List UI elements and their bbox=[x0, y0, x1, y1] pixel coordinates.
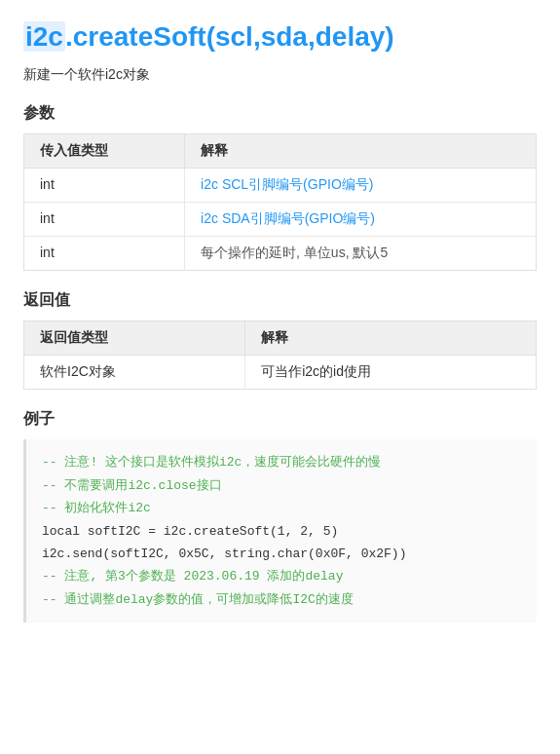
params-table-row: int每个操作的延时, 单位us, 默认5 bbox=[24, 237, 537, 271]
page-title: i2c.createSoft(scl,sda,delay) bbox=[23, 19, 537, 55]
params-col2-header: 解释 bbox=[185, 134, 537, 169]
code-comment-line: -- 初始化软件i2c bbox=[42, 497, 521, 519]
code-comment-line: -- 注意! 这个接口是软件模拟i2c，速度可能会比硬件的慢 bbox=[42, 451, 521, 473]
params-table-header-row: 传入值类型 解释 bbox=[24, 134, 537, 169]
title-rest: .createSoft(scl,sda,delay) bbox=[65, 21, 394, 52]
returns-col1-header: 返回值类型 bbox=[24, 321, 245, 356]
returns-desc-cell: 可当作i2c的id使用 bbox=[245, 356, 537, 390]
params-table: 传入值类型 解释 inti2c SCL引脚编号(GPIO编号)inti2c SD… bbox=[23, 133, 537, 271]
params-col1-header: 传入值类型 bbox=[24, 134, 185, 169]
code-comment-line: -- 不需要调用i2c.close接口 bbox=[42, 474, 521, 497]
title-highlight: i2c bbox=[23, 21, 65, 52]
code-line: local softI2C = i2c.createSoft(1, 2, 5) bbox=[42, 520, 521, 543]
code-line: i2c.send(softI2C, 0x5C, string.char(0x0F… bbox=[42, 543, 521, 565]
params-desc-cell: i2c SDA引脚编号(GPIO编号) bbox=[185, 203, 537, 237]
code-comment-line: -- 通过调整delay参数的值，可增加或降低I2C的速度 bbox=[42, 588, 521, 611]
returns-table-header-row: 返回值类型 解释 bbox=[24, 321, 537, 356]
params-desc-cell: i2c SCL引脚编号(GPIO编号) bbox=[185, 169, 537, 203]
params-type-cell: int bbox=[24, 169, 185, 203]
returns-col2-header: 解释 bbox=[245, 321, 537, 356]
params-desc-cell: 每个操作的延时, 单位us, 默认5 bbox=[185, 237, 537, 271]
returns-type-cell: 软件I2C对象 bbox=[24, 356, 245, 390]
returns-section-title: 返回值 bbox=[23, 290, 537, 311]
examples-section: 例子 -- 注意! 这个接口是软件模拟i2c，速度可能会比硬件的慢-- 不需要调… bbox=[23, 409, 537, 622]
code-block: -- 注意! 这个接口是软件模拟i2c，速度可能会比硬件的慢-- 不需要调用i2… bbox=[23, 439, 537, 622]
returns-section: 返回值 返回值类型 解释 软件I2C对象可当作i2c的id使用 bbox=[23, 290, 537, 390]
returns-table: 返回值类型 解释 软件I2C对象可当作i2c的id使用 bbox=[23, 320, 537, 390]
params-type-cell: int bbox=[24, 203, 185, 237]
params-type-cell: int bbox=[24, 237, 185, 271]
params-table-row: inti2c SDA引脚编号(GPIO编号) bbox=[24, 203, 537, 237]
page-description: 新建一个软件i2c对象 bbox=[23, 66, 537, 84]
returns-table-row: 软件I2C对象可当作i2c的id使用 bbox=[24, 356, 537, 390]
params-table-row: inti2c SCL引脚编号(GPIO编号) bbox=[24, 169, 537, 203]
params-section: 参数 传入值类型 解释 inti2c SCL引脚编号(GPIO编号)inti2c… bbox=[23, 103, 537, 271]
examples-section-title: 例子 bbox=[23, 409, 537, 430]
params-section-title: 参数 bbox=[23, 103, 537, 124]
code-comment-line: -- 注意, 第3个参数是 2023.06.19 添加的delay bbox=[42, 565, 521, 587]
